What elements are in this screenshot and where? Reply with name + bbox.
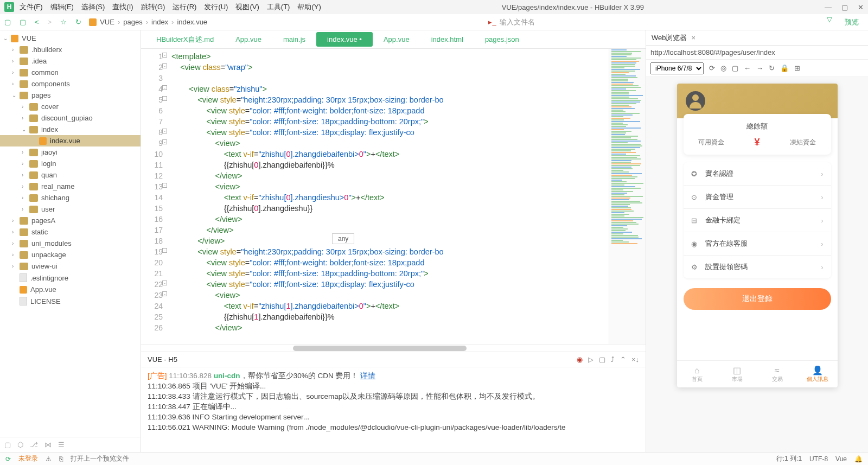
rotate-icon[interactable]: ⟳ xyxy=(709,64,715,72)
bug-icon[interactable]: ⬡ xyxy=(17,441,23,449)
encoding[interactable]: UTF-8 xyxy=(809,455,828,463)
tab-App.vue[interactable]: App.vue xyxy=(373,32,420,47)
tree-item-index.vue[interactable]: index.vue xyxy=(0,135,141,146)
tree-item-uni_modules[interactable]: ›uni_modules xyxy=(0,238,141,249)
menu-item[interactable]: 编辑(E) xyxy=(50,2,74,12)
minimize-icon[interactable]: — xyxy=(825,3,832,11)
forward-icon[interactable]: > xyxy=(48,18,52,26)
tree-item-login[interactable]: ›login xyxy=(0,158,141,169)
back-icon[interactable]: ← xyxy=(744,64,751,72)
breadcrumb[interactable]: VUE›pages›index›index.vue xyxy=(89,18,207,26)
tabbar-item[interactable]: 👤個人訊息 xyxy=(797,361,838,387)
tab-main.js[interactable]: main.js xyxy=(272,32,316,47)
warn-icon[interactable]: ⚠ xyxy=(46,455,52,463)
tree-item-user[interactable]: ›user xyxy=(0,203,141,215)
tab-index.vue[interactable]: index.vue • xyxy=(316,32,373,47)
menu-item[interactable]: 跳转(G) xyxy=(141,2,165,12)
menu-item[interactable]: 帮助(Y) xyxy=(297,2,321,12)
login-status[interactable]: 未登录 xyxy=(18,454,38,463)
tree-item-common[interactable]: ›common xyxy=(0,67,141,78)
tree-item-real_name[interactable]: ›real_name xyxy=(0,181,141,192)
code-editor[interactable]: <template> <view class="wrap"> <view cla… xyxy=(166,49,609,344)
tree-item-App.vue[interactable]: App.vue xyxy=(0,284,141,295)
user-menu-item[interactable]: ⚙設置提領密碼› xyxy=(684,256,831,278)
tree-item-jiaoyi[interactable]: ›jiaoyi xyxy=(0,146,141,158)
collapse-icon[interactable]: ⌃ xyxy=(620,355,626,364)
tree-item-.idea[interactable]: ›.idea xyxy=(0,55,141,67)
more-icon[interactable]: ☰ xyxy=(58,441,65,449)
user-menu-item[interactable]: ⊟金融卡綁定› xyxy=(684,209,831,232)
tab-App.vue[interactable]: App.vue xyxy=(225,32,272,47)
menu-item[interactable]: 工具(T) xyxy=(267,2,290,12)
tree-item-quan[interactable]: ›quan xyxy=(0,169,141,181)
refresh-icon[interactable]: ↻ xyxy=(75,18,81,26)
user-menu-item[interactable]: ◉官方在線客服› xyxy=(684,232,831,256)
device-select[interactable]: iPhone 6/7/8 xyxy=(650,62,704,74)
tree-item-LICENSE[interactable]: LICENSE xyxy=(0,295,141,307)
menu-item[interactable]: 运行(R) xyxy=(173,2,196,12)
language-mode[interactable]: Vue xyxy=(835,455,847,463)
star-icon[interactable]: ☆ xyxy=(60,18,67,26)
tree-item-pagesA[interactable]: ›pagesA xyxy=(0,215,141,226)
tab-index.html[interactable]: index.html xyxy=(420,32,474,47)
preview-tab-label[interactable]: Web浏览器 xyxy=(652,33,687,43)
file-search[interactable]: ▸_ 输入文件名 xyxy=(488,17,534,27)
console-output[interactable]: [广告] 11:10:36.828 uni-cdn，帮你节省至少30%的 CDN… xyxy=(141,367,646,452)
user-menu-item[interactable]: ⊙資金管理› xyxy=(684,186,831,209)
close-preview-icon[interactable]: × xyxy=(692,34,696,42)
menu-item[interactable]: 视图(V) xyxy=(235,2,259,12)
ad-link[interactable]: 详情 xyxy=(360,372,375,380)
box-icon[interactable]: ▢ xyxy=(4,441,11,449)
new-file-icon[interactable]: ▢ xyxy=(4,18,11,26)
tree-item-components[interactable]: ›components xyxy=(0,78,141,90)
qr-icon[interactable]: ⊞ xyxy=(794,64,800,72)
tabbar-item[interactable]: ≈交易 xyxy=(757,361,797,387)
tabbar-item[interactable]: ◫市場 xyxy=(717,361,757,387)
user-menu-item[interactable]: ✪實名認證› xyxy=(684,162,831,186)
git-icon[interactable]: ⎇ xyxy=(30,441,38,449)
minimap[interactable] xyxy=(609,49,646,344)
save-icon[interactable]: ▢ xyxy=(20,18,26,26)
tree-item-.eslintignore[interactable]: .eslintignore xyxy=(0,272,141,284)
avatar-icon[interactable] xyxy=(686,91,705,111)
link-icon[interactable]: ⋈ xyxy=(44,441,52,449)
sync-icon[interactable]: ⟳ xyxy=(5,455,11,463)
stop-icon[interactable]: ◉ xyxy=(577,355,583,364)
menu-item[interactable]: 发行(U) xyxy=(204,2,228,12)
tab-HBuilderX自述.md[interactable]: HBuilderX自述.md xyxy=(145,31,225,48)
bell-icon[interactable]: 🔔 xyxy=(854,455,863,463)
filter-icon[interactable]: ▽ xyxy=(827,15,832,29)
tree-item-uview-ui[interactable]: ›uview-ui xyxy=(0,260,141,272)
tree-item-cover[interactable]: ›cover xyxy=(0,101,141,112)
tabbar-item[interactable]: ⌂首頁 xyxy=(677,361,717,387)
preview-hint-icon[interactable]: ⎘ xyxy=(59,455,63,463)
screenshot-icon[interactable]: ▢ xyxy=(732,64,738,72)
close-icon[interactable]: ✕ xyxy=(858,3,864,11)
forward-icon[interactable]: → xyxy=(756,64,763,72)
lock-icon[interactable]: 🔒 xyxy=(780,64,789,72)
play-icon[interactable]: ▷ xyxy=(588,355,593,364)
preview-button[interactable]: 预览 xyxy=(840,15,864,29)
export-icon[interactable]: ⤴ xyxy=(611,355,615,364)
logout-button[interactable]: 退出登錄 xyxy=(684,288,831,310)
tree-item-pages[interactable]: ⌄pages xyxy=(0,90,141,101)
tree-item-shichang[interactable]: ›shichang xyxy=(0,192,141,203)
close-console-icon[interactable]: ×↓ xyxy=(631,355,639,364)
reload-icon[interactable]: ↻ xyxy=(769,64,775,72)
tree-item-unpackage[interactable]: ›unpackage xyxy=(0,249,141,260)
tree-item-static[interactable]: ›static xyxy=(0,226,141,238)
preview-url[interactable]: http://localhost:8080/#/pages/user/index xyxy=(646,46,868,60)
back-icon[interactable]: < xyxy=(35,18,39,26)
tree-item-discount_gupiao[interactable]: ›discount_gupiao xyxy=(0,112,141,124)
tab-pages.json[interactable]: pages.json xyxy=(474,32,530,47)
project-root[interactable]: ⌄ VUE xyxy=(0,33,141,44)
clear-icon[interactable]: ▢ xyxy=(599,355,605,364)
menu-item[interactable]: 查找(I) xyxy=(112,2,133,12)
horizontal-scrollbar[interactable] xyxy=(141,344,646,352)
maximize-icon[interactable]: ▢ xyxy=(841,3,848,11)
target-icon[interactable]: ◎ xyxy=(720,64,726,72)
tree-item-.hbuilderx[interactable]: ›.hbuilderx xyxy=(0,44,141,55)
menu-item[interactable]: 文件(F) xyxy=(20,2,43,12)
tree-item-index[interactable]: ⌄index xyxy=(0,124,141,135)
menu-item[interactable]: 选择(S) xyxy=(81,2,105,12)
